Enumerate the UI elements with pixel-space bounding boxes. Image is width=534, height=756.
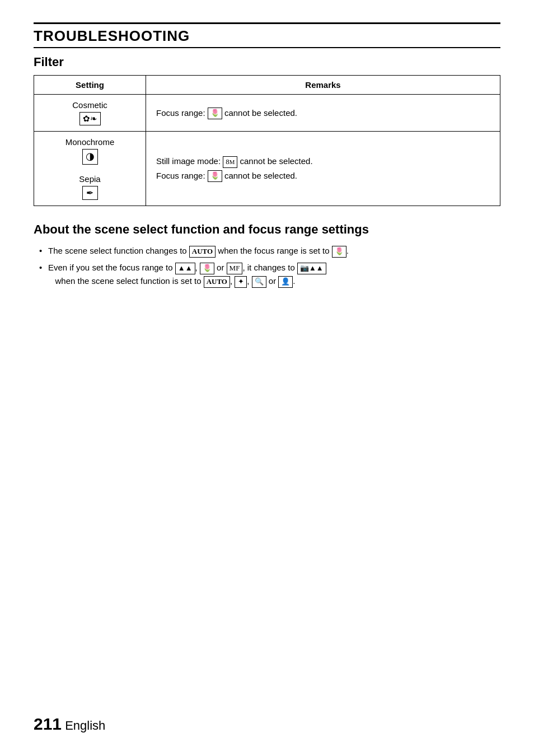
page-number: 211 (34, 715, 62, 733)
col-header-setting: Setting (34, 76, 146, 95)
mf-icon: MF (227, 263, 243, 274)
cosmetic-icon: ✿❧ (79, 112, 101, 125)
list-item-2: Even if you set the focus range to ▲▲, 🌷… (39, 261, 500, 288)
remarks-cell-monochrome-sepia: Still image mode: 8M cannot be selected.… (146, 132, 500, 206)
monochrome-icon: ◑ (82, 149, 98, 165)
section-divider (34, 47, 500, 48)
setting-cell-monochrome-sepia: Monochrome ◑ Sepia ✒ (34, 132, 146, 206)
top-border (34, 22, 500, 24)
remarks-cell-cosmetic: Focus range: 🌷 cannot be selected. (146, 95, 500, 132)
magnify-icon: 🔍 (252, 276, 266, 288)
8m-icon: 8M (223, 156, 237, 168)
table-row: Cosmetic ✿❧ Focus range: 🌷 cannot be sel… (34, 95, 500, 132)
language-label: English (65, 718, 105, 732)
setting-cell-cosmetic: Cosmetic ✿❧ (34, 95, 146, 132)
about-title: About the scene select function and focu… (34, 222, 500, 238)
landscape-icon: ▲▲ (175, 263, 195, 274)
fireworks-icon: ✦ (235, 276, 247, 288)
table-row: Monochrome ◑ Sepia ✒ Still image mode: 8… (34, 132, 500, 206)
bullet-list: The scene select function changes to AUT… (34, 244, 500, 288)
scene-icon: 📷▲▲ (297, 263, 326, 274)
setting-name-cosmetic: Cosmetic (44, 100, 135, 110)
focus-range-icon-2: 🌷 (208, 170, 222, 182)
filter-subtitle: Filter (34, 55, 500, 69)
page-footer: 211 English (34, 715, 105, 734)
auto-icon-1: AUTO (189, 246, 216, 258)
about-section: About the scene select function and focu… (34, 222, 500, 288)
focus-range-icon-1: 🌷 (208, 108, 222, 119)
sepia-icon: ✒ (82, 186, 98, 200)
list-item-1: The scene select function changes to AUT… (39, 244, 500, 258)
portrait-icon: 👤 (278, 276, 293, 288)
setting-name-sepia: Sepia (44, 174, 135, 184)
auto-icon-2: AUTO (204, 276, 230, 288)
macro-icon-2: 🌷 (200, 263, 214, 274)
col-header-remarks: Remarks (146, 76, 500, 95)
setting-name-monochrome: Monochrome (44, 137, 135, 147)
macro-icon-1: 🌷 (332, 246, 346, 258)
filter-table: Setting Remarks Cosmetic ✿❧ Focus range:… (34, 75, 500, 206)
page-title: TROUBLESHOOTING (34, 27, 500, 45)
